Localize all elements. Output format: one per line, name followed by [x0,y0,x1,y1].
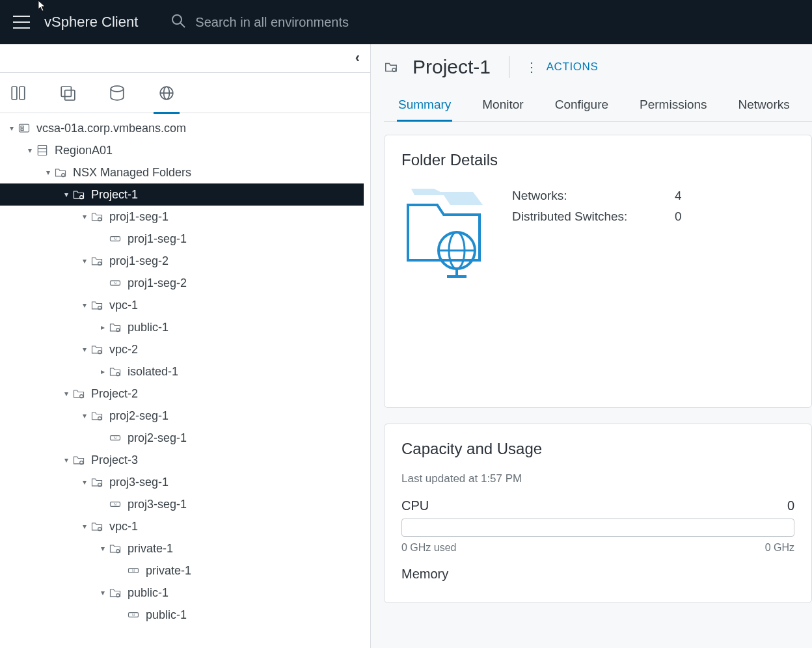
folder-network-icon [401,189,486,280]
tree-label: public-1 [128,586,169,600]
hosts-clusters-icon[interactable] [9,84,27,102]
tree-item[interactable]: ▾ proj2-seg-1 [0,405,364,427]
folder-lock-icon [72,386,86,401]
tree-label: private-1 [146,564,191,578]
top-bar: vSphere Client [0,0,812,44]
actions-menu[interactable]: ⋮ ACTIONS [525,61,598,74]
tree-label: proj3-seg-1 [109,476,169,489]
caret-blank [116,566,126,575]
tree-item[interactable]: ▾ public-1 [0,582,364,604]
caret-down-icon: ▾ [79,478,90,487]
tree-item[interactable]: ▾ proj1-seg-2 [0,250,364,272]
global-search[interactable] [170,13,468,31]
inventory-tabs [0,73,370,113]
card-title: Folder Details [401,151,794,169]
menu-icon[interactable] [13,16,30,29]
dswitch-label: Distributed Switches: [512,209,675,224]
tab-summary[interactable]: Summary [397,91,452,121]
svg-rect-4 [61,87,71,96]
tab-configure[interactable]: Configure [554,91,610,121]
folder-lock-icon [53,165,68,180]
tree-item[interactable]: N proj3-seg-1 [0,493,364,515]
tree-label: RegionA01 [55,144,113,157]
svg-rect-5 [65,90,75,100]
tree-item[interactable]: ▾ vpc-1 [0,294,364,316]
caret-down-icon: ▾ [79,345,90,354]
tree-label: vpc-1 [109,520,138,533]
caret-down-icon: ▾ [25,146,35,155]
storage-icon[interactable] [108,84,126,102]
tree-item[interactable]: N proj2-seg-1 [0,427,364,449]
tree-vcenter[interactable]: ▾ vcsa-01a.corp.vmbeans.com [0,117,364,139]
cpu-bar [401,519,794,537]
svg-text:N: N [114,436,116,440]
caret-down-icon: ▾ [98,588,108,597]
tree-item[interactable]: ▾ proj1-seg-1 [0,206,364,228]
caret-down-icon: ▾ [98,544,108,553]
networking-icon[interactable] [157,84,176,102]
tree-label: Project-3 [91,453,138,467]
tab-monitor[interactable]: Monitor [481,91,524,121]
tree-label: proj1-seg-2 [109,254,169,268]
tabs: Summary Monitor Configure Permissions Ne… [384,91,812,122]
tree-label: proj3-seg-1 [128,498,187,511]
caret-down-icon: ▾ [79,522,90,531]
tree-label: proj1-seg-1 [128,232,187,246]
capacity-usage-card: Capacity and Usage Last updated at 1:57 … [384,424,812,603]
tree-label: Project-1 [91,188,138,202]
tree-item[interactable]: ▸ public-1 [0,316,364,338]
search-input[interactable] [195,15,468,30]
tree-project-1[interactable]: ▾ Project-1 [0,183,364,206]
folder-lock-icon [90,209,104,224]
vms-templates-icon[interactable] [59,84,77,102]
caret-blank [116,610,126,619]
tree-nsx-folder[interactable]: ▾ NSX Managed Folders [0,161,364,183]
tree-item[interactable]: ▾ private-1 [0,537,364,560]
tree-label: vpc-2 [109,343,138,357]
segment-icon: N [126,563,141,578]
caret-blank [98,278,108,288]
tree-label: proj1-seg-2 [128,277,187,290]
tree-item[interactable]: ▾ proj3-seg-1 [0,471,364,493]
folder-lock-icon [90,475,104,489]
tree-label: vcsa-01a.corp.vmbeans.com [36,122,186,135]
page-title: Project-1 [413,56,491,78]
svg-rect-10 [20,124,29,132]
summary-content[interactable]: Folder Details [371,122,812,648]
svg-marker-45 [408,205,480,260]
tree-item[interactable]: N proj1-seg-1 [0,228,364,250]
svg-text:N: N [132,613,135,617]
cpu-label: CPU [401,498,429,513]
svg-rect-11 [21,126,23,128]
tree-datacenter[interactable]: ▾ RegionA01 [0,139,364,161]
tree-item[interactable]: ▸ isolated-1 [0,360,364,383]
svg-marker-44 [411,189,483,205]
tree-item[interactable]: N proj1-seg-2 [0,272,364,294]
tree-item[interactable]: ▾ vpc-1 [0,515,364,537]
tree-item[interactable]: N public-1 [0,604,364,626]
tree-label: private-1 [128,542,173,556]
tab-permissions[interactable]: Permissions [638,91,708,121]
svg-rect-12 [21,129,23,131]
tree-project-3[interactable]: ▾ Project-3 [0,449,364,471]
caret-down-icon: ▾ [79,411,90,420]
svg-text:N: N [114,502,116,506]
svg-text:N: N [114,237,116,241]
inventory-tree[interactable]: ▾ vcsa-01a.corp.vmbeans.com ▾ RegionA01 … [0,113,364,648]
tree-label: isolated-1 [128,365,178,379]
cpu-right-value: 0 [787,498,794,513]
tree-item[interactable]: N private-1 [0,560,364,582]
app-title: vSphere Client [44,14,138,31]
svg-point-6 [111,86,124,92]
caret-down-icon: ▾ [79,301,90,310]
folder-lock-icon [90,254,104,268]
capacity-updated: Last updated at 1:57 PM [401,472,794,485]
card-title: Capacity and Usage [401,440,794,458]
caret-right-icon: ▸ [98,323,108,332]
collapse-panel-button[interactable]: ‹ [355,49,360,66]
tree-project-2[interactable]: ▾ Project-2 [0,383,364,405]
caret-down-icon: ▾ [7,124,17,133]
folder-lock-icon [90,298,104,312]
tree-item[interactable]: ▾ vpc-2 [0,338,364,360]
tab-networks[interactable]: Networks [737,91,791,121]
